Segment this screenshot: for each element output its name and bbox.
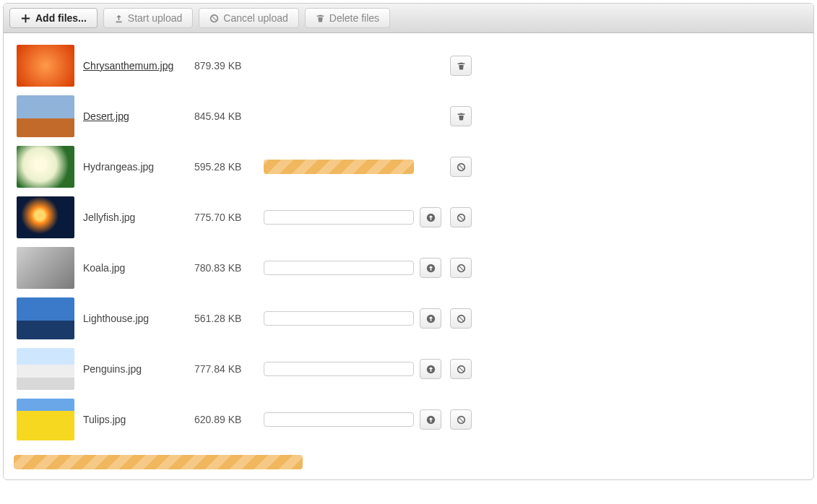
file-progress-bar — [264, 362, 414, 376]
file-cancel-button[interactable] — [450, 359, 472, 379]
cancel-icon — [457, 415, 466, 425]
file-row: Koala.jpg780.83 KB — [14, 243, 477, 293]
file-start-button[interactable] — [420, 308, 441, 329]
trash-icon — [457, 61, 466, 71]
cancel-icon — [457, 314, 466, 323]
file-table: Chrysanthemum.jpg879.39 KBDesert.jpg845.… — [14, 40, 477, 445]
file-start-button[interactable] — [420, 258, 441, 278]
upload-icon — [114, 14, 124, 23]
start-upload-label: Start upload — [128, 12, 183, 24]
start-upload-button[interactable]: Start upload — [103, 8, 194, 28]
file-progress-bar — [264, 160, 414, 174]
file-thumbnail — [17, 399, 74, 440]
cancel-icon — [457, 264, 466, 273]
file-list-body: Chrysanthemum.jpg879.39 KBDesert.jpg845.… — [4, 33, 813, 479]
file-size: 777.84 KB — [194, 363, 241, 375]
file-row: Penguins.jpg777.84 KB — [14, 344, 477, 394]
upload-panel: Add files... Start upload Cancel upload … — [3, 3, 814, 480]
trash-icon — [457, 112, 466, 121]
file-delete-button[interactable] — [450, 106, 472, 126]
file-progress-bar — [264, 311, 414, 326]
cancel-icon — [457, 365, 466, 374]
cancel-icon — [457, 162, 466, 172]
overall-progress-fill — [14, 455, 303, 469]
file-thumbnail — [17, 196, 74, 238]
file-delete-button[interactable] — [450, 56, 472, 76]
arrow-up-circle-icon — [426, 415, 436, 425]
file-name: Koala.jpg — [83, 262, 125, 274]
delete-files-label: Delete files — [329, 12, 379, 24]
file-size: 620.89 KB — [194, 414, 241, 425]
file-name-link[interactable]: Desert.jpg — [83, 110, 129, 122]
file-size: 780.83 KB — [194, 262, 241, 274]
file-name: Lighthouse.jpg — [83, 313, 149, 324]
file-thumbnail — [17, 297, 74, 339]
file-start-button[interactable] — [420, 409, 441, 430]
file-progress-fill — [264, 160, 414, 174]
trash-icon — [316, 14, 325, 23]
add-files-label: Add files... — [35, 12, 87, 24]
file-start-button[interactable] — [420, 207, 441, 227]
file-size: 775.70 KB — [194, 212, 241, 223]
file-thumbnail — [17, 146, 74, 188]
file-size: 561.28 KB — [194, 313, 241, 324]
file-name: Hydrangeas.jpg — [83, 161, 154, 173]
arrow-up-circle-icon — [426, 365, 436, 374]
file-thumbnail — [17, 45, 74, 87]
file-size: 845.94 KB — [194, 110, 241, 122]
arrow-up-circle-icon — [426, 264, 436, 273]
file-row: Desert.jpg845.94 KB — [14, 91, 477, 142]
file-name-link[interactable]: Chrysanthemum.jpg — [83, 60, 173, 71]
file-row: Lighthouse.jpg561.28 KB — [14, 293, 477, 344]
file-cancel-button[interactable] — [450, 157, 472, 177]
toolbar: Add files... Start upload Cancel upload … — [4, 4, 813, 33]
delete-files-button[interactable]: Delete files — [305, 8, 390, 28]
file-name: Tulips.jpg — [83, 414, 126, 425]
cancel-icon — [209, 14, 219, 23]
file-cancel-button[interactable] — [450, 258, 472, 278]
file-size: 879.39 KB — [194, 60, 241, 71]
file-progress-bar — [264, 210, 414, 225]
arrow-up-circle-icon — [426, 213, 436, 222]
file-start-button[interactable] — [420, 359, 441, 379]
file-cancel-button[interactable] — [450, 308, 472, 329]
file-row: Jellyfish.jpg775.70 KB — [14, 192, 477, 243]
file-row: Chrysanthemum.jpg879.39 KB — [14, 40, 477, 91]
add-files-button[interactable]: Add files... — [9, 8, 98, 28]
file-thumbnail — [17, 348, 74, 390]
overall-progress-bar — [14, 455, 303, 469]
plus-icon — [20, 13, 31, 24]
file-row: Hydrangeas.jpg595.28 KB — [14, 142, 477, 192]
file-thumbnail — [17, 95, 74, 137]
file-progress-bar — [264, 412, 414, 427]
file-progress-bar — [264, 261, 414, 275]
file-name: Penguins.jpg — [83, 363, 142, 375]
file-cancel-button[interactable] — [450, 409, 472, 430]
cancel-icon — [457, 213, 466, 222]
file-cancel-button[interactable] — [450, 207, 472, 227]
file-thumbnail — [17, 247, 74, 289]
file-row: Tulips.jpg620.89 KB — [14, 394, 477, 445]
cancel-upload-label: Cancel upload — [223, 12, 288, 24]
arrow-up-circle-icon — [426, 314, 436, 323]
file-name: Jellyfish.jpg — [83, 212, 135, 223]
file-size: 595.28 KB — [194, 161, 241, 173]
cancel-upload-button[interactable]: Cancel upload — [199, 8, 299, 28]
